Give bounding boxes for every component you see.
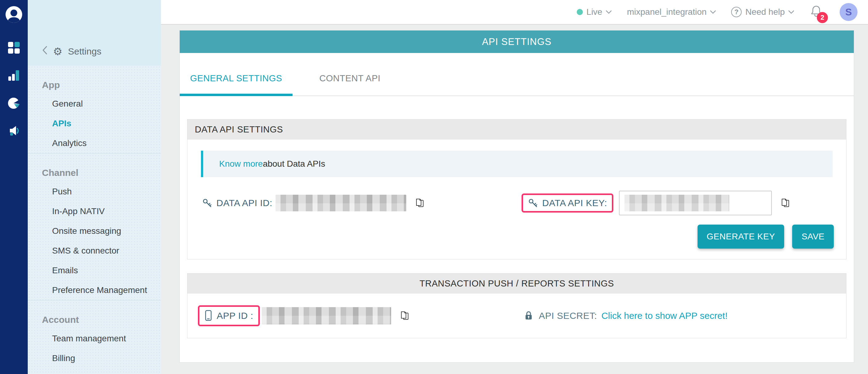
page-content: API SETTINGS GENERAL SETTINGS CONTENT AP…: [161, 25, 868, 374]
data-api-settings-section: DATA API SETTINGS Know more about Data A…: [187, 119, 846, 260]
sidebar-item-emails[interactable]: Emails: [28, 261, 161, 280]
tab-content-api[interactable]: CONTENT API: [306, 53, 394, 96]
data-api-id-label: DATA API ID:: [216, 198, 273, 208]
data-api-actions: GENERATE KEY SAVE: [187, 225, 834, 249]
environment-switcher[interactable]: Live: [577, 7, 612, 17]
know-more-note: Know more about Data APIs: [201, 151, 833, 177]
data-api-id-field: DATA API ID:: [202, 195, 522, 211]
app-id-highlight-box: APP ID :: [198, 305, 260, 326]
chevron-down-icon: [606, 10, 612, 14]
copy-data-api-key-button[interactable]: [780, 198, 791, 209]
lock-icon: [523, 310, 534, 321]
data-api-key-highlight-box: DATA API KEY:: [522, 194, 613, 212]
sidebar-item-general[interactable]: General: [28, 94, 161, 114]
dashboard-grid-icon[interactable]: [7, 41, 20, 54]
api-secret-field: API SECRET: Click here to show APP secre…: [523, 310, 728, 321]
live-status-dot: [577, 9, 583, 15]
smartphone-icon: [204, 310, 212, 322]
sidebar-nav: App General APIs Analytics Channel Push …: [28, 66, 161, 374]
data-api-key-field: DATA API KEY:: [522, 191, 791, 215]
sidebar-section-channel: Channel Push In-App NATIV Onsite messagi…: [28, 153, 161, 300]
copy-icon: [780, 198, 791, 209]
sidebar-section-app: App General APIs Analytics: [28, 66, 161, 153]
settings-sidebar: ⚙ Settings App General APIs Analytics Ch…: [28, 0, 161, 374]
brand-logo[interactable]: [5, 5, 23, 24]
copy-data-api-id-button[interactable]: [414, 198, 425, 209]
project-switcher[interactable]: mixpanel_integration: [627, 7, 716, 17]
sidebar-item-push[interactable]: Push: [28, 182, 161, 202]
key-icon: [528, 198, 538, 208]
transaction-fields-row: APP ID :: [187, 294, 846, 338]
data-api-key-redacted-value: [624, 195, 729, 211]
sidebar-item-apis[interactable]: APIs: [28, 114, 161, 133]
question-mark-icon: ?: [731, 7, 742, 17]
sidebar-header: ⚙ Settings: [28, 0, 161, 66]
sidebar-item-in-app-nativ[interactable]: In-App NATIV: [28, 202, 161, 221]
api-settings-card: API SETTINGS GENERAL SETTINGS CONTENT AP…: [179, 30, 854, 363]
sidebar-item-onsite-messaging[interactable]: Onsite messaging: [28, 221, 161, 241]
api-secret-label: API SECRET:: [539, 310, 597, 321]
chevron-down-icon: [710, 10, 716, 14]
topbar: Live mixpanel_integration ? Need help 2 …: [161, 0, 868, 25]
key-icon: [202, 198, 212, 208]
card-body: DATA API SETTINGS Know more about Data A…: [180, 119, 854, 338]
sidebar-section-account: Account Team management Billing: [28, 300, 161, 371]
left-icon-rail: [0, 0, 28, 374]
show-app-secret-link[interactable]: Click here to show APP secret!: [601, 310, 728, 321]
data-api-key-label: DATA API KEY:: [542, 198, 607, 208]
bar-chart-icon[interactable]: [7, 69, 20, 82]
transaction-settings-section: TRANSACTION PUSH / REPORTS SETTINGS APP …: [187, 273, 846, 338]
sidebar-item-sms-connector[interactable]: SMS & connector: [28, 241, 161, 261]
environment-label: Live: [587, 7, 602, 17]
app-root: ⚙ Settings App General APIs Analytics Ch…: [0, 0, 868, 374]
copy-icon: [414, 198, 425, 209]
project-name: mixpanel_integration: [627, 7, 707, 17]
sidebar-item-team-management[interactable]: Team management: [28, 329, 161, 348]
sidebar-item-analytics[interactable]: Analytics: [28, 133, 161, 153]
save-button[interactable]: SAVE: [792, 225, 834, 249]
pie-chart-icon[interactable]: [7, 97, 20, 110]
notifications-button[interactable]: 2: [809, 4, 823, 20]
sidebar-section-label: App: [28, 76, 161, 94]
sidebar-item-billing[interactable]: Billing: [28, 348, 161, 368]
sidebar-section-label: Account: [28, 311, 161, 329]
data-api-fields-row: DATA API ID:: [187, 191, 846, 215]
know-more-link[interactable]: Know more: [219, 159, 263, 169]
data-api-section-title: DATA API SETTINGS: [187, 120, 846, 140]
notification-badge: 2: [817, 12, 828, 23]
data-api-key-input[interactable]: [619, 191, 772, 215]
gear-icon: ⚙: [53, 46, 62, 57]
sidebar-item-preference-management[interactable]: Preference Management: [28, 280, 161, 300]
need-help-label: Need help: [745, 7, 785, 17]
sidebar-title: Settings: [68, 46, 101, 57]
transaction-section-title: TRANSACTION PUSH / REPORTS SETTINGS: [187, 274, 846, 294]
copy-icon: [399, 310, 410, 321]
tab-general-settings[interactable]: GENERAL SETTINGS: [180, 53, 292, 96]
app-id-redacted-value: [262, 307, 391, 325]
tab-bar: GENERAL SETTINGS CONTENT API: [180, 53, 854, 96]
back-chevron-icon[interactable]: [42, 45, 48, 57]
card-title: API SETTINGS: [180, 31, 854, 53]
sidebar-section-label: Channel: [28, 164, 161, 182]
main-column: Live mixpanel_integration ? Need help 2 …: [161, 0, 868, 374]
megaphone-icon[interactable]: [7, 125, 20, 137]
data-api-id-redacted-value: [276, 195, 406, 211]
app-id-field: APP ID :: [198, 305, 523, 326]
rail-icon-group: [7, 41, 20, 137]
app-id-label: APP ID :: [217, 310, 253, 321]
chevron-down-icon: [788, 10, 794, 14]
generate-key-button[interactable]: GENERATE KEY: [698, 225, 784, 249]
copy-app-id-button[interactable]: [399, 310, 410, 321]
need-help-menu[interactable]: ? Need help: [731, 7, 794, 17]
user-avatar[interactable]: S: [840, 3, 858, 21]
know-more-text: about Data APIs: [263, 159, 325, 169]
